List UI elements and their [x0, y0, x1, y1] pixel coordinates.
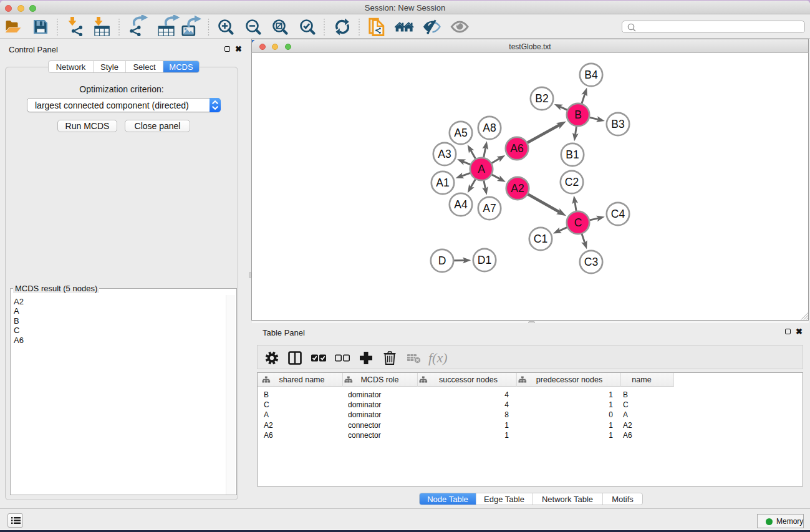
- svg-text:A4: A4: [454, 198, 468, 211]
- svg-text:B2: B2: [535, 92, 548, 105]
- svg-text:D: D: [438, 254, 446, 267]
- svg-text:B4: B4: [584, 69, 598, 81]
- svg-text:B1: B1: [566, 148, 579, 161]
- svg-text:A1: A1: [436, 177, 449, 189]
- svg-text:shared name: shared name: [279, 375, 325, 384]
- svg-text:A: A: [478, 163, 485, 175]
- svg-text:predecessor nodes: predecessor nodes: [536, 375, 602, 384]
- svg-text:successor nodes: successor nodes: [439, 375, 498, 384]
- svg-text:name: name: [632, 375, 651, 384]
- svg-text:A8: A8: [483, 122, 496, 134]
- svg-text:A6: A6: [510, 142, 523, 155]
- svg-text:C4: C4: [611, 208, 625, 220]
- svg-text:f(x): f(x): [428, 350, 448, 365]
- svg-text:C: C: [574, 216, 582, 229]
- svg-text:C3: C3: [584, 256, 598, 268]
- svg-text:B: B: [574, 109, 582, 121]
- svg-text:A2: A2: [511, 182, 524, 195]
- svg-text:B3: B3: [611, 118, 624, 130]
- svg-text:D1: D1: [478, 254, 491, 266]
- svg-text:C2: C2: [565, 176, 579, 188]
- svg-text:MCDS role: MCDS role: [360, 375, 398, 384]
- svg-text:A7: A7: [483, 202, 496, 215]
- svg-text:C1: C1: [534, 233, 547, 245]
- svg-text:A5: A5: [454, 127, 467, 139]
- svg-text:A3: A3: [438, 148, 451, 160]
